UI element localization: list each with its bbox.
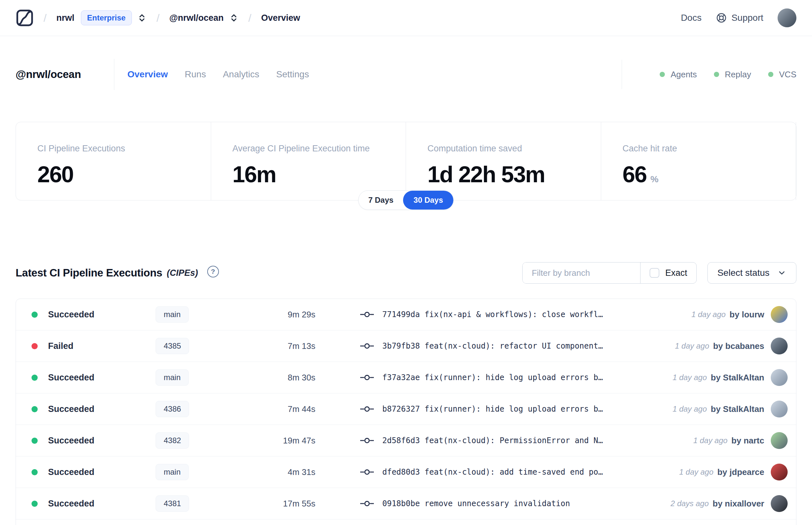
commit-text: dfed80d3 feat(nx-cloud): add time-saved … bbox=[382, 467, 603, 477]
branch-cell: main bbox=[156, 306, 237, 322]
status-cell: Succeeded bbox=[16, 404, 156, 414]
author-cell: 2 days ago by nixallover bbox=[671, 495, 796, 512]
branch-badge[interactable]: main bbox=[156, 370, 189, 386]
stat-suffix: % bbox=[650, 174, 658, 184]
status-replay[interactable]: Replay bbox=[714, 70, 751, 79]
feature-statuses: Agents Replay VCS bbox=[622, 60, 796, 89]
avatar[interactable] bbox=[771, 495, 788, 512]
tab-runs[interactable]: Runs bbox=[185, 69, 206, 79]
status-label: Succeeded bbox=[48, 436, 94, 446]
chevron-down-icon bbox=[777, 268, 786, 278]
lifebuoy-icon bbox=[716, 12, 727, 24]
branch-cell: 4385 bbox=[156, 338, 237, 354]
commit-cell[interactable]: b8726327 fix(runner): hide log upload er… bbox=[360, 404, 673, 414]
branch-cell: 4382 bbox=[156, 432, 237, 449]
chevron-up-down-icon bbox=[229, 13, 239, 23]
exact-checkbox[interactable] bbox=[649, 268, 659, 278]
avatar[interactable] bbox=[771, 306, 788, 323]
avatar[interactable] bbox=[771, 401, 788, 418]
help-icon[interactable]: ? bbox=[207, 266, 219, 278]
status-select-button[interactable]: Select status bbox=[707, 262, 796, 284]
breadcrumb-workspace[interactable]: @nrwl/ocean bbox=[169, 13, 224, 23]
duration: 4m 31s bbox=[237, 467, 316, 477]
commit-cell[interactable]: dfed80d3 feat(nx-cloud): add time-saved … bbox=[360, 467, 679, 477]
docs-link[interactable]: Docs bbox=[681, 13, 702, 23]
stat-value: 16m bbox=[232, 162, 406, 188]
commit-cell[interactable]: 2d58f6d3 feat(nx-cloud): PermissionError… bbox=[360, 436, 693, 445]
status-cell: Succeeded bbox=[16, 436, 156, 446]
duration: 19m 47s bbox=[237, 436, 316, 446]
author: by lourw bbox=[730, 310, 764, 320]
avatar[interactable] bbox=[771, 369, 788, 386]
support-link[interactable]: Support bbox=[716, 12, 763, 24]
status-replay-label: Replay bbox=[725, 70, 751, 79]
range-30-days-button[interactable]: 30 Days bbox=[403, 191, 454, 210]
branch-badge[interactable]: 4381 bbox=[156, 495, 189, 512]
breadcrumb-org[interactable]: nrwl bbox=[56, 13, 74, 23]
tab-settings[interactable]: Settings bbox=[276, 69, 309, 79]
avatar[interactable] bbox=[771, 338, 788, 355]
table-row[interactable]: Succeeded 4382 19m 47s 2d58f6d3 feat(nx-… bbox=[16, 425, 796, 456]
avatar[interactable] bbox=[771, 464, 788, 480]
status-label: Succeeded bbox=[48, 373, 94, 383]
nx-cloud-logo[interactable] bbox=[16, 9, 34, 27]
status-label: Succeeded bbox=[48, 467, 94, 477]
branch-cell: main bbox=[156, 370, 237, 386]
table-row[interactable]: Succeeded main 4m 31s dfed80d3 feat(nx-c… bbox=[16, 456, 796, 488]
commit-cell[interactable]: 771499da fix(nx-api & workflows): close … bbox=[360, 310, 691, 319]
table-row[interactable]: Failed 4385 7m 13s 3b79fb38 feat(nx-clou… bbox=[16, 330, 796, 362]
branch-badge[interactable]: main bbox=[156, 306, 189, 322]
status-label: Failed bbox=[48, 341, 73, 351]
author: by bcabanes bbox=[713, 341, 764, 351]
commit-cell[interactable]: f37a32ae fix(runner): hide log upload er… bbox=[360, 373, 673, 382]
status-cell: Succeeded bbox=[16, 373, 156, 383]
exact-toggle[interactable]: Exact bbox=[640, 262, 696, 283]
status-vcs[interactable]: VCS bbox=[768, 70, 796, 79]
stat-label: CI Pipeline Executions bbox=[37, 144, 211, 154]
commit-cell[interactable]: 0918b0be remove unnecessary invalidation bbox=[360, 499, 671, 508]
filters: Exact Select status bbox=[522, 262, 796, 284]
branch-badge[interactable]: 4385 bbox=[156, 338, 189, 354]
breadcrumb-separator: / bbox=[156, 12, 159, 24]
author: by nartc bbox=[732, 436, 764, 446]
stat-label: Computation time saved bbox=[427, 144, 601, 154]
org-switcher-button[interactable] bbox=[137, 13, 147, 23]
commit-cell[interactable]: 3b79fb38 feat(nx-cloud): refactor UI com… bbox=[360, 342, 675, 350]
user-avatar[interactable] bbox=[778, 9, 796, 27]
branch-badge[interactable]: 4382 bbox=[156, 432, 189, 449]
stat-value: 66% bbox=[623, 162, 796, 188]
status-agents[interactable]: Agents bbox=[660, 70, 697, 79]
author: by jdpearce bbox=[717, 467, 764, 477]
range-7-days-button[interactable]: 7 Days bbox=[358, 191, 403, 210]
table-row[interactable]: Succeeded main 8m 30s f37a32ae fix(runne… bbox=[16, 362, 796, 393]
page-title: @nrwl/ocean bbox=[16, 68, 81, 80]
chevron-up-down-icon bbox=[137, 13, 147, 23]
tab-overview[interactable]: Overview bbox=[127, 69, 168, 79]
status-cell: Succeeded bbox=[16, 467, 156, 477]
stat-number: 66 bbox=[623, 162, 647, 187]
workspace-header: @nrwl/ocean Overview Runs Analytics Sett… bbox=[0, 59, 812, 90]
git-commit-icon bbox=[360, 374, 374, 381]
commit-text: 0918b0be remove unnecessary invalidation bbox=[382, 499, 570, 508]
duration: 8m 30s bbox=[237, 373, 316, 383]
table-row[interactable]: Succeeded main 9m 29s 771499da fix(nx-ap… bbox=[16, 299, 796, 330]
stat-cache-hit-rate: Cache hit rate 66% bbox=[601, 122, 796, 200]
workspace-switcher-button[interactable] bbox=[229, 13, 239, 23]
branch-badge[interactable]: 4386 bbox=[156, 401, 189, 417]
stat-value: 260 bbox=[37, 162, 211, 188]
status-label: Succeeded bbox=[48, 404, 94, 414]
table-row[interactable]: Succeeded 4386 7m 44s b8726327 fix(runne… bbox=[16, 393, 796, 425]
cipe-section-header: Latest CI Pipeline Executions (CIPEs) ? … bbox=[0, 262, 812, 284]
green-dot-icon bbox=[660, 72, 665, 77]
branch-filter-input[interactable] bbox=[523, 262, 640, 283]
status-dot bbox=[31, 438, 38, 444]
avatar[interactable] bbox=[771, 432, 788, 449]
author-cell: 1 day ago by nartc bbox=[693, 432, 796, 449]
tab-analytics[interactable]: Analytics bbox=[223, 69, 259, 79]
table-row[interactable]: Succeeded 4381 17m 55s 0918b0be remove u… bbox=[16, 488, 796, 520]
commit-text: f37a32ae fix(runner): hide log upload er… bbox=[382, 373, 603, 382]
author: by StalkAltan bbox=[711, 373, 764, 383]
branch-badge[interactable]: main bbox=[156, 464, 189, 480]
time-ago: 1 day ago bbox=[673, 404, 707, 414]
stat-value: 1d 22h 53m bbox=[427, 162, 601, 188]
